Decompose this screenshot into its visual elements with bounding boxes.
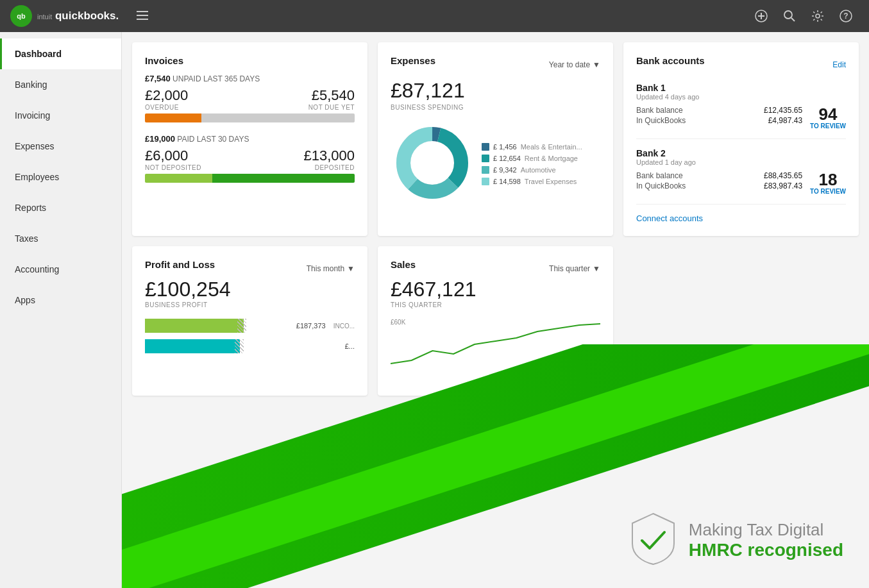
main-layout: Dashboard Banking Invoicing Expenses Emp… xyxy=(0,32,869,588)
legend-dot-rent xyxy=(482,155,489,162)
bank-account-2: Bank 2 Updated 1 day ago Bank balance £8… xyxy=(636,148,846,205)
pnl-bar-chart: £187,373 INCO... £... xyxy=(145,319,355,353)
invoices-title: Invoices xyxy=(145,55,355,66)
svg-text:qb: qb xyxy=(17,12,26,20)
not-due-amount: £5,540 xyxy=(308,87,355,104)
unpaid-amounts: £2,000 OVERDUE £5,540 NOT DUE YET xyxy=(145,87,355,111)
sidebar-item-banking[interactable]: Banking xyxy=(0,69,121,100)
sales-title: Sales xyxy=(391,259,416,270)
add-button[interactable] xyxy=(748,3,774,29)
expenses-bar-row: £... xyxy=(145,339,355,353)
main-content: Invoices £7,540 UNPAID LAST 365 DAYS £2,… xyxy=(122,32,869,588)
sales-widget: Sales This quarter ▼ £467,121 THIS QUART… xyxy=(378,246,613,396)
top-navigation: qb intuit quickbooks. ? xyxy=(0,0,869,32)
bank1-review-badge: 94 TO REVIEW xyxy=(810,106,846,130)
pnl-header: Profit and Loss This month ▼ xyxy=(145,259,355,278)
sales-period-selector[interactable]: This quarter ▼ xyxy=(549,264,600,273)
expenses-widget: Expenses Year to date ▼ £87,121 BUSINESS… xyxy=(378,42,613,236)
sidebar-item-expenses[interactable]: Expenses xyxy=(0,131,121,162)
bank1-qb-amount: £4,987.43 xyxy=(768,116,802,125)
overdue-label: OVERDUE xyxy=(145,104,188,111)
sidebar-item-employees[interactable]: Employees xyxy=(0,162,121,192)
legend-item-rent: £ 12,654 Rent & Mortgage xyxy=(482,155,582,162)
bank1-updated: Updated 4 days ago xyxy=(636,93,846,101)
bank2-review-badge: 18 TO REVIEW xyxy=(810,171,846,195)
logo-text: intuit quickbooks. xyxy=(37,10,119,22)
bank2-review-label[interactable]: TO REVIEW xyxy=(810,188,846,195)
sales-sublabel: THIS QUARTER xyxy=(391,301,600,308)
bank1-balances: Bank balance £12,435.65 In QuickBooks £4… xyxy=(636,106,846,130)
pnl-total: £100,254 xyxy=(145,278,355,301)
bank2-qb-amount: £83,987.43 xyxy=(764,181,802,190)
income-bar-hatch xyxy=(237,319,246,333)
unpaid-progress-bar xyxy=(145,113,355,122)
unpaid-label: £7,540 UNPAID LAST 365 DAYS xyxy=(145,74,355,83)
income-bar-value: £187,373 xyxy=(296,322,326,330)
donut-chart xyxy=(391,121,474,207)
expenses-legend: £ 1,456 Meals & Entertain... £ 12,654 Re… xyxy=(482,121,582,207)
bank1-review-count: 94 xyxy=(819,106,838,122)
legend-dot-meals xyxy=(482,143,489,151)
not-due-label: NOT DUE YET xyxy=(308,104,355,111)
overdue-bar xyxy=(145,113,201,122)
pnl-sublabel: BUSINESS PROFIT xyxy=(145,301,355,308)
expenses-bar xyxy=(145,339,240,353)
hmrc-shield-icon xyxy=(629,512,677,569)
sidebar-item-dashboard[interactable]: Dashboard xyxy=(0,38,121,69)
bank2-qb-label: In QuickBooks xyxy=(636,181,686,190)
sidebar-item-taxes[interactable]: Taxes xyxy=(0,223,121,254)
svg-point-8 xyxy=(784,11,792,19)
hmrc-line2: HMRC recognised xyxy=(689,540,843,560)
bank2-review-count: 18 xyxy=(819,171,838,188)
search-button[interactable] xyxy=(777,3,802,29)
sidebar: Dashboard Banking Invoicing Expenses Emp… xyxy=(0,32,122,588)
sidebar-item-invoicing[interactable]: Invoicing xyxy=(0,100,121,131)
income-bar-label: INCO... xyxy=(333,323,355,330)
quickbooks-logo-icon: qb xyxy=(10,5,32,27)
sidebar-item-apps[interactable]: Apps xyxy=(0,285,121,315)
expenses-bar-hatch xyxy=(235,339,244,353)
bank1-review-label[interactable]: TO REVIEW xyxy=(810,122,846,130)
income-bar-row: £187,373 INCO... xyxy=(145,319,355,333)
bank2-balance-amount: £88,435.65 xyxy=(764,171,802,180)
bank2-name: Bank 2 xyxy=(636,148,846,158)
bank-header: Bank accounts Edit xyxy=(636,55,846,74)
bank-account-1: Bank 1 Updated 4 days ago Bank balance £… xyxy=(636,83,846,139)
hmrc-badge: Making Tax Digital HMRC recognised xyxy=(629,512,843,569)
pnl-period-selector[interactable]: This month ▼ xyxy=(307,264,355,273)
expenses-period-selector[interactable]: Year to date ▼ xyxy=(549,60,600,69)
expenses-title: Expenses xyxy=(391,55,435,66)
pnl-title: Profit and Loss xyxy=(145,259,215,270)
hmrc-text: Making Tax Digital HMRC recognised xyxy=(689,520,843,560)
bank1-balance-amount: £12,435.65 xyxy=(764,106,802,115)
expenses-bar-value: £... xyxy=(345,342,355,350)
chevron-down-icon: ▼ xyxy=(347,264,355,273)
expenses-sublabel: BUSINESS SPENDING xyxy=(391,104,600,111)
settings-button[interactable] xyxy=(805,3,831,29)
deposited-amount: £13,000 xyxy=(303,147,355,164)
legend-item-meals: £ 1,456 Meals & Entertain... xyxy=(482,143,582,151)
paid-progress-bar xyxy=(145,174,355,183)
connect-accounts-link[interactable]: Connect accounts xyxy=(636,214,846,223)
legend-item-auto: £ 9,342 Automotive xyxy=(482,166,582,174)
bank2-balances: Bank balance £88,435.65 In QuickBooks £8… xyxy=(636,171,846,195)
not-deposited-label: NOT DEPOSITED xyxy=(145,164,201,171)
pnl-widget: Profit and Loss This month ▼ £100,254 BU… xyxy=(132,246,367,396)
sales-total: £467,121 xyxy=(391,278,600,301)
paid-amounts: £6,000 NOT DEPOSITED £13,000 DEPOSITED xyxy=(145,147,355,171)
hamburger-menu-button[interactable] xyxy=(131,7,153,26)
bank-edit-button[interactable]: Edit xyxy=(832,60,846,69)
legend-dot-auto xyxy=(482,166,489,174)
expenses-total: £87,121 xyxy=(391,79,600,103)
svg-rect-3 xyxy=(137,15,148,16)
not-due-bar xyxy=(201,113,355,122)
bank1-name: Bank 1 xyxy=(636,83,846,93)
legend-item-travel: £ 14,598 Travel Expenses xyxy=(482,178,582,185)
svg-line-9 xyxy=(791,18,795,21)
help-button[interactable]: ? xyxy=(833,3,859,29)
svg-rect-2 xyxy=(137,11,148,12)
bank1-qb-label: In QuickBooks xyxy=(636,116,686,125)
sidebar-item-reports[interactable]: Reports xyxy=(0,192,121,223)
svg-text:?: ? xyxy=(843,12,848,21)
sidebar-item-accounting[interactable]: Accounting xyxy=(0,254,121,285)
